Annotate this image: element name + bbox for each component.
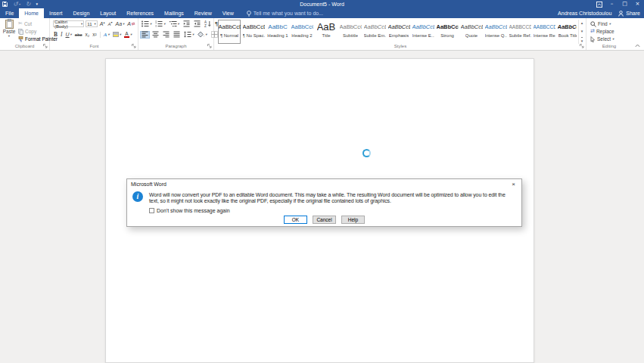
- line-spacing-icon: [184, 31, 191, 38]
- font-color-button[interactable]: A▾: [123, 31, 132, 39]
- tab-view[interactable]: View: [217, 8, 239, 18]
- italic-button[interactable]: I: [60, 31, 64, 39]
- style-sample: AaBbCcDt: [388, 21, 410, 33]
- paste-button[interactable]: Paste ▾: [2, 19, 17, 44]
- close-button[interactable]: ×: [631, 0, 644, 8]
- style-name: Title: [322, 33, 330, 39]
- style-sample: AaBbCcDc: [219, 21, 241, 33]
- style-intense-re[interactable]: AABBCCDCIntense Re...: [533, 20, 555, 44]
- align-left-button[interactable]: [140, 31, 150, 39]
- style-subtle-ref[interactable]: AABBCCDCSubtle Ref...: [509, 20, 531, 44]
- style-name: Subtitle: [343, 33, 358, 39]
- style-sample: AaBbCcDt: [558, 21, 577, 33]
- qat-customize-button[interactable]: ▾: [36, 0, 38, 8]
- cancel-button[interactable]: Cancel: [313, 216, 336, 224]
- justify-button[interactable]: [172, 31, 182, 39]
- gallery-more-button[interactable]: ▾: [581, 37, 583, 43]
- dont-show-again-checkbox[interactable]: Don't show this message again: [149, 208, 230, 213]
- replace-button[interactable]: ⇄ Replace: [590, 28, 630, 35]
- style-book-title[interactable]: AaBbCcDtBook Title: [557, 20, 577, 44]
- minimize-button[interactable]: –: [605, 0, 618, 8]
- user-name[interactable]: Andreas Christodoulou: [558, 11, 611, 16]
- line-spacing-button[interactable]: ▾: [182, 31, 195, 39]
- clipboard-dialog-launcher[interactable]: [43, 44, 48, 48]
- save-button[interactable]: [2, 2, 8, 7]
- shading-button[interactable]: ▾: [196, 31, 208, 39]
- gallery-up-button[interactable]: ▴: [581, 20, 583, 25]
- select-button[interactable]: Select ▾: [590, 36, 630, 42]
- tab-insert[interactable]: Insert: [44, 8, 68, 18]
- tab-layout[interactable]: Layout: [95, 8, 121, 18]
- increase-indent-button[interactable]: [192, 20, 202, 28]
- tab-mailings[interactable]: Mailings: [159, 8, 189, 18]
- change-case-button[interactable]: Aa▾: [115, 20, 126, 28]
- checkbox-label: Don't show this message again: [157, 208, 230, 213]
- bold-button[interactable]: B: [53, 31, 58, 39]
- shrink-font-button[interactable]: A▾: [107, 20, 113, 28]
- collapse-ribbon-button[interactable]: [635, 44, 640, 48]
- clear-formatting-button[interactable]: A: [126, 20, 135, 28]
- bullet-list-icon: [142, 20, 149, 27]
- paragraph-dialog-launcher[interactable]: [207, 44, 212, 48]
- text-effects-button[interactable]: A▾: [103, 31, 110, 39]
- styles-dialog-launcher[interactable]: [580, 44, 584, 48]
- ribbon-group-clipboard: Paste ▾ ✂ Cut Copy Format Painter Clipbo…: [0, 18, 50, 50]
- checkbox-icon[interactable]: [149, 208, 154, 213]
- tab-review[interactable]: Review: [189, 8, 217, 18]
- tab-design[interactable]: Design: [67, 8, 95, 18]
- style-no-spac[interactable]: AaBbCcDc¶ No Spac...: [242, 20, 265, 44]
- tab-home[interactable]: Home: [19, 8, 44, 18]
- restore-button[interactable]: □: [618, 0, 631, 8]
- style-intense-e[interactable]: AaBbCcDtIntense E...: [412, 20, 434, 44]
- style-name: Heading 1: [267, 33, 288, 39]
- tell-me-box[interactable]: Tell me what you want to do...: [247, 8, 323, 18]
- style-quote[interactable]: AaBbCcDtQuote: [460, 20, 483, 44]
- ribbon-display-options-button[interactable]: [593, 0, 605, 8]
- copy-icon: [18, 29, 23, 35]
- tab-references[interactable]: References: [121, 8, 159, 18]
- font-size-select[interactable]: 11 ▾: [86, 20, 97, 27]
- subscript-button[interactable]: x₂: [85, 31, 91, 39]
- tab-file[interactable]: File: [0, 8, 19, 18]
- paragraph-group-label: Paragraph: [138, 44, 213, 49]
- style-sample: AaBbCcC: [291, 21, 313, 33]
- ok-button[interactable]: OK: [284, 216, 307, 224]
- style-intense-q[interactable]: AaBbCcDtIntense Q...: [484, 20, 507, 44]
- align-center-button[interactable]: [151, 31, 160, 39]
- highlight-color-button[interactable]: ▾: [112, 31, 122, 39]
- style-subtle-em[interactable]: AaBbCcDtSubtle Em...: [363, 20, 386, 44]
- help-button[interactable]: Help: [341, 216, 365, 224]
- align-right-button[interactable]: [161, 31, 171, 39]
- share-button[interactable]: Share: [618, 11, 640, 17]
- multilevel-list-button[interactable]: ▾: [168, 20, 181, 28]
- find-button[interactable]: Find ▾: [590, 20, 630, 27]
- style-heading-2[interactable]: AaBbCcCHeading 2: [291, 20, 313, 44]
- style-title[interactable]: AaBTitle: [315, 20, 338, 44]
- gallery-down-button[interactable]: ▾: [581, 29, 583, 33]
- style-normal[interactable]: AaBbCcDc¶ Normal: [218, 20, 241, 44]
- numbered-list-button[interactable]: ▾: [154, 20, 166, 28]
- style-strong[interactable]: AaBbCcDtStrong: [436, 20, 459, 44]
- chevron-up-icon: [635, 44, 640, 48]
- title-bar: ↺▾ ↻ ▾ Document5 - Word – □ ×: [0, 0, 644, 8]
- style-heading-1[interactable]: AaBbCHeading 1: [266, 20, 289, 44]
- ribbon-tab-bar: FileHomeInsertDesignLayoutReferencesMail…: [0, 8, 644, 18]
- underline-button[interactable]: U▾: [65, 31, 73, 39]
- superscript-button[interactable]: x²: [92, 31, 97, 39]
- svg-text:Z: Z: [204, 24, 207, 27]
- strikethrough-button[interactable]: abc: [74, 31, 83, 39]
- style-emphasis[interactable]: AaBbCcDtEmphasis: [387, 20, 410, 44]
- style-subtitle[interactable]: AaBbCcCSubtitle: [339, 20, 362, 44]
- font-family-select[interactable]: Calibri (Body) ▾: [53, 20, 84, 27]
- style-sample: AaBbCcDc: [243, 21, 265, 33]
- grow-font-button[interactable]: A▴: [99, 20, 106, 28]
- document-area[interactable]: Microsoft Word × i Word will now convert…: [0, 51, 644, 363]
- bullet-list-button[interactable]: ▾: [140, 20, 153, 28]
- font-dialog-launcher[interactable]: [132, 44, 136, 48]
- redo-button[interactable]: ↻: [26, 0, 31, 8]
- paste-dropdown[interactable]: ▾: [8, 34, 10, 38]
- sort-button[interactable]: AZ: [203, 20, 213, 28]
- dialog-close-button[interactable]: ×: [509, 180, 518, 189]
- undo-button[interactable]: ↺▾: [13, 0, 20, 8]
- decrease-indent-button[interactable]: [182, 20, 191, 28]
